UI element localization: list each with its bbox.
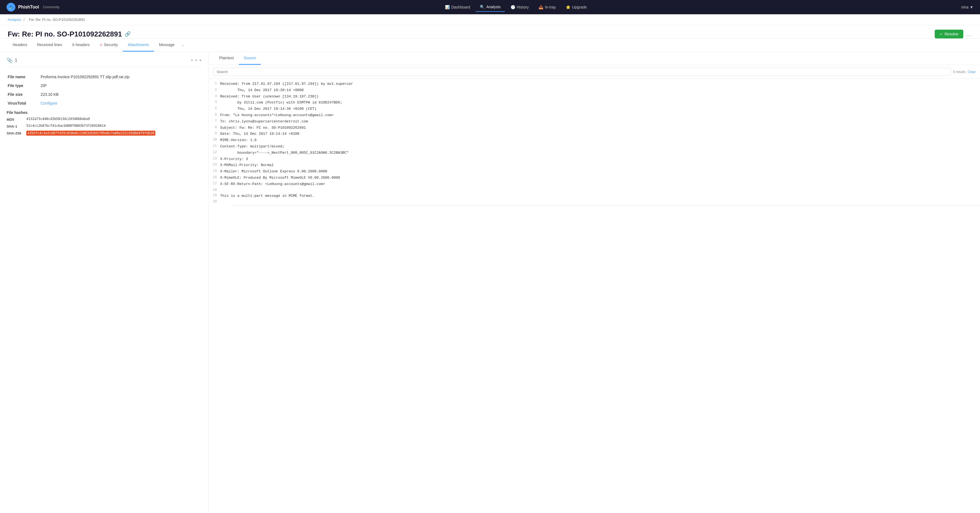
line-content: X-Priority: 3: [220, 156, 980, 162]
tab-headers[interactable]: Headers: [8, 39, 32, 52]
line-number: 13: [208, 156, 220, 160]
sha1-label: SHA-1: [6, 124, 23, 129]
sha1-row: SHA-1 52c4cc2b87bcf41c6acb800f9803bf3f26…: [6, 124, 202, 129]
code-line: 2 Thu, 14 Dec 2017 19:39:14 +0000: [208, 87, 980, 94]
code-line: 8Subject: Fw: Re: PI no. SO-P10109226289…: [208, 125, 980, 131]
source-tab-source[interactable]: Source: [239, 52, 261, 65]
line-content: X-MimeOLE: Produced By Microsoft MimeOLE…: [220, 175, 980, 181]
tab-received-lines[interactable]: Received lines: [32, 39, 67, 52]
line-number: 17: [208, 181, 220, 186]
line-number: 1: [208, 81, 220, 85]
code-line: 10MIME-Version: 1.0: [208, 137, 980, 143]
line-content: X-Mailer: Microsoft Outlook Express 6.00…: [220, 169, 980, 175]
attachment-header: 📎 1 • • •: [6, 57, 202, 67]
more-options-button[interactable]: ...: [966, 31, 972, 37]
line-number: 20: [208, 199, 220, 203]
line-content: Content-Type: multipart/mixed;: [220, 144, 980, 149]
code-line: 18: [208, 187, 980, 193]
clear-search-link[interactable]: Clear: [968, 70, 975, 74]
md5-row: MD5 4132a73c448cd2b5813dc2d34868aba9: [6, 117, 202, 122]
brand[interactable]: 🐟 PhishTool Community: [6, 3, 60, 11]
line-number: 10: [208, 138, 220, 141]
attachment-count: 📎 1: [6, 57, 17, 64]
file-size-row: File size 223.10 KB: [6, 90, 202, 99]
line-number: 6: [208, 113, 220, 117]
main-nav: 📊 Dashboard 🔍 Analysis 🕐 History 📥 In-tr…: [70, 2, 961, 12]
tab-attachments[interactable]: Attachments: [123, 39, 154, 52]
source-divider: [232, 205, 980, 206]
code-line: 14X-MSMail-Priority: Normal: [208, 162, 980, 168]
sha256-row: SHA-256 435bfc4c3a3c887fd39c058e8c11863d…: [6, 131, 202, 136]
user-menu[interactable]: nina ▼: [961, 5, 974, 10]
breadcrumb-current: Fw: Re: PI no. SO-P101092262891: [29, 17, 85, 22]
source-code-viewer: 1Received: from 217.61.97.194 ([217.61.9…: [208, 79, 980, 513]
file-name-row: File name Proforma Invoice P101092292891…: [6, 73, 202, 81]
tab-security[interactable]: ⚠ Security: [95, 39, 123, 52]
line-content: X-SF-RX-Return-Path: <LeHuong-accounts@g…: [220, 181, 980, 187]
source-search-bar: 0 results Clear: [208, 65, 980, 79]
page-header: Fw: Re: PI no. SO-P101092262891 🔗 ✓ Reso…: [0, 25, 980, 39]
code-line: 1Received: from 217.61.97.194 ([217.61.9…: [208, 81, 980, 87]
paperclip-icon: 📎: [6, 57, 13, 64]
brand-logo: 🐟: [6, 3, 15, 11]
resolve-button[interactable]: ✓ Resolve: [935, 30, 964, 38]
line-number: 16: [208, 175, 220, 179]
code-line: 7To: chris.lyons@supercarcenterdetroit.c…: [208, 119, 980, 125]
attachments-panel: 📎 1 • • • File name Proforma Invoice P10…: [0, 52, 208, 513]
line-number: 18: [208, 188, 220, 192]
file-type-value: ZIP: [40, 81, 202, 90]
line-content: This is a multi-part message in MIME for…: [220, 193, 980, 199]
file-hashes-label: File hashes: [6, 110, 202, 115]
file-hashes-section: File hashes MD5 4132a73c448cd2b5813dc2d3…: [6, 110, 202, 136]
tab-overflow-chevron[interactable]: ›: [180, 39, 186, 51]
line-content: by 31t11.com (Postfix) with ESMTPA id 81…: [220, 100, 980, 106]
warning-icon: ⚠: [100, 43, 103, 47]
file-size-label: File size: [6, 90, 40, 99]
line-content: Received: from User (unknown [134.19.187…: [220, 94, 980, 100]
attachment-options-button[interactable]: • • •: [191, 58, 202, 64]
analysis-icon: 🔍: [480, 5, 485, 9]
md5-label: MD5: [6, 117, 23, 122]
line-content: From: "Le Huong-accounts"<LeHuong-accoun…: [220, 113, 980, 118]
line-content: To: chris.lyons@supercarcenterdetroit.co…: [220, 119, 980, 125]
configure-link[interactable]: Configure: [41, 101, 57, 105]
line-content: Received: from 217.61.97.194 ([217.61.97…: [220, 81, 980, 87]
checkmark-icon: ✓: [940, 32, 943, 36]
tab-x-headers[interactable]: X-headers: [67, 39, 95, 52]
search-input[interactable]: [213, 68, 951, 76]
main-layout: 📎 1 • • • File name Proforma Invoice P10…: [0, 52, 980, 513]
line-content: Thu, 14 Dec 2017 19:14:36 +0100 (CET): [220, 106, 980, 112]
code-line: 11Content-Type: multipart/mixed;: [208, 143, 980, 150]
code-line: 12 boundary="----=_NextPart_000_005C_01C…: [208, 150, 980, 156]
link-icon[interactable]: 🔗: [125, 31, 130, 37]
nav-dashboard[interactable]: 📊 Dashboard: [441, 3, 475, 11]
breadcrumb-parent[interactable]: Analysis: [8, 17, 21, 22]
source-tab-plaintext[interactable]: Plaintext: [214, 52, 239, 65]
line-number: 14: [208, 162, 220, 167]
line-content: Subject: Fw: Re: PI no. SO-P101092262891: [220, 125, 980, 131]
sha256-label: SHA-256: [6, 131, 23, 135]
nav-intray[interactable]: 📥 In-tray: [534, 3, 560, 11]
md5-value: 4132a73c448cd2b5813dc2d34868aba9: [26, 117, 90, 121]
dashboard-icon: 📊: [445, 5, 450, 10]
nav-history[interactable]: 🕐 History: [506, 3, 533, 11]
source-tabs: Plaintext Source: [208, 52, 980, 65]
line-number: 5: [208, 106, 220, 110]
line-number: 4: [208, 100, 220, 104]
file-metadata-table: File name Proforma Invoice P101092292891…: [6, 73, 202, 108]
line-number: 11: [208, 144, 220, 148]
navbar-right: nina ▼: [961, 5, 974, 10]
line-content: Date: Thu, 14 Dec 2017 19:14:14 +0100: [220, 131, 980, 137]
virustotal-label: VirusTotal: [6, 99, 40, 108]
file-type-row: File type ZIP: [6, 81, 202, 90]
tab-message[interactable]: Message: [154, 39, 180, 52]
nav-analysis[interactable]: 🔍 Analysis: [476, 2, 505, 12]
upgrade-icon: ⭐: [566, 5, 570, 10]
nav-upgrade[interactable]: ⭐ Upgrade: [562, 3, 591, 11]
header-actions: ✓ Resolve ...: [935, 30, 972, 38]
code-line: 5 Thu, 14 Dec 2017 19:14:36 +0100 (CET): [208, 106, 980, 112]
line-number: 19: [208, 193, 220, 197]
code-line: 15X-Mailer: Microsoft Outlook Express 6.…: [208, 168, 980, 175]
sha1-value: 52c4cc2b87bcf41c6acb800f9803bf3f26918614: [26, 124, 106, 128]
brand-name: PhishTool: [18, 5, 39, 10]
